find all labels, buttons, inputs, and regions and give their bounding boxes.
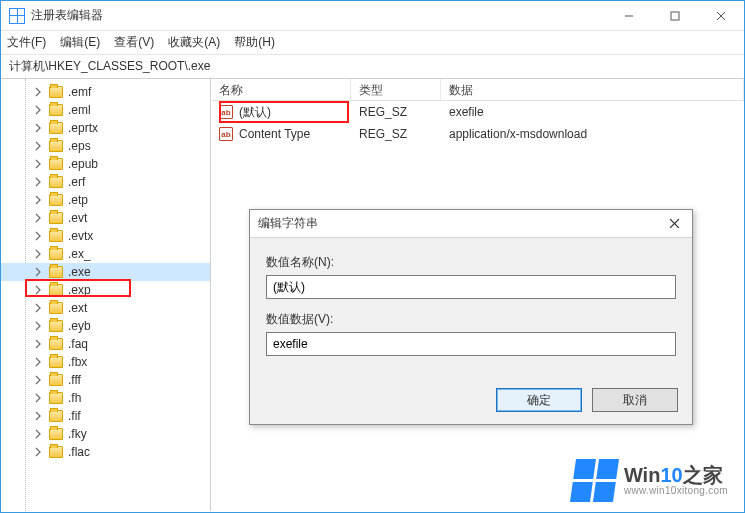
wm-brand-a: Win [624,464,660,486]
app-title: 注册表编辑器 [31,7,103,24]
tree-view[interactable]: .emf.eml.eprtx.eps.epub.erf.etp.evt.evtx… [1,79,211,511]
list-header: 名称 类型 数据 [211,79,744,101]
minimize-button[interactable] [606,1,652,31]
value-name: (默认) [239,104,271,121]
dialog-titlebar: 编辑字符串 [250,210,692,238]
tree-item[interactable]: .ext [1,299,210,317]
tree-item[interactable]: .eprtx [1,119,210,137]
svg-rect-1 [671,12,679,20]
chevron-right-icon [33,285,43,295]
tree-item[interactable]: .exp [1,281,210,299]
tree-item-label: .eps [68,139,91,153]
chevron-right-icon [33,375,43,385]
tree-item[interactable]: .erf [1,173,210,191]
tree-item[interactable]: .flac [1,443,210,461]
ok-button[interactable]: 确定 [496,388,582,412]
tree-item[interactable]: .eps [1,137,210,155]
folder-icon [49,356,63,368]
col-name[interactable]: 名称 [211,79,351,100]
tree-item[interactable]: .eyb [1,317,210,335]
col-type[interactable]: 类型 [351,79,441,100]
chevron-right-icon [33,195,43,205]
title-bar: 注册表编辑器 [1,1,744,31]
address-bar[interactable]: 计算机\HKEY_CLASSES_ROOT\.exe [1,55,744,79]
tree-item[interactable]: .fbx [1,353,210,371]
app-window: 注册表编辑器 文件(F) 编辑(E) 查看(V) 收藏夹(A) 帮助(H) 计算… [0,0,745,513]
tree-item[interactable]: .faq [1,335,210,353]
maximize-button[interactable] [652,1,698,31]
chevron-right-icon [33,393,43,403]
folder-icon [49,284,63,296]
tree-item[interactable]: .fff [1,371,210,389]
folder-icon [49,266,63,278]
value-name: Content Type [239,127,310,141]
folder-icon [49,212,63,224]
close-button[interactable] [698,1,744,31]
tree-item[interactable]: .eml [1,101,210,119]
tree-item-label: .fh [68,391,81,405]
tree-item-label: .etp [68,193,88,207]
folder-icon [49,158,63,170]
value-name-label: 数值名称(N): [266,254,676,271]
col-data[interactable]: 数据 [441,79,744,100]
tree-item-label: .emf [68,85,91,99]
tree-item-label: .eml [68,103,91,117]
value-type: REG_SZ [351,105,441,119]
chevron-right-icon [33,429,43,439]
value-name-input[interactable] [266,275,676,299]
menu-file[interactable]: 文件(F) [7,34,46,51]
folder-icon [49,122,63,134]
tree-item[interactable]: .ex_ [1,245,210,263]
tree-item[interactable]: .evtx [1,227,210,245]
menu-edit[interactable]: 编辑(E) [60,34,100,51]
tree-item-label: .exe [68,265,91,279]
folder-icon [49,302,63,314]
value-data: application/x-msdownload [441,127,744,141]
value-row[interactable]: abContent TypeREG_SZapplication/x-msdown… [211,123,744,145]
chevron-right-icon [33,321,43,331]
tree-item-label: .fff [68,373,81,387]
folder-icon [49,230,63,242]
cancel-button[interactable]: 取消 [592,388,678,412]
value-data-input[interactable] [266,332,676,356]
folder-icon [49,392,63,404]
folder-icon [49,176,63,188]
menu-help[interactable]: 帮助(H) [234,34,275,51]
tree-item[interactable]: .fh [1,389,210,407]
chevron-right-icon [33,159,43,169]
folder-icon [49,446,63,458]
chevron-right-icon [33,141,43,151]
tree-item-label: .fif [68,409,81,423]
menu-favorites[interactable]: 收藏夹(A) [168,34,220,51]
value-data: exefile [441,105,744,119]
folder-icon [49,194,63,206]
tree-item[interactable]: .exe [1,263,210,281]
string-value-icon: ab [219,105,233,119]
tree-item[interactable]: .fky [1,425,210,443]
value-row[interactable]: ab(默认)REG_SZexefile [211,101,744,123]
menu-view[interactable]: 查看(V) [114,34,154,51]
wm-brand-c: 之家 [683,464,723,486]
folder-icon [49,140,63,152]
tree-item-label: .evtx [68,229,93,243]
tree-item[interactable]: .epub [1,155,210,173]
tree-item-label: .evt [68,211,87,225]
wm-url: www.win10xitong.com [624,486,728,497]
tree-item-label: .faq [68,337,88,351]
tree-item-label: .eyb [68,319,91,333]
folder-icon [49,374,63,386]
tree-item-label: .fky [68,427,87,441]
tree-item-label: .erf [68,175,85,189]
menu-bar: 文件(F) 编辑(E) 查看(V) 收藏夹(A) 帮助(H) [1,31,744,55]
tree-item[interactable]: .emf [1,83,210,101]
tree-item[interactable]: .etp [1,191,210,209]
tree-item-label: .flac [68,445,90,459]
windows-logo-icon [570,459,619,502]
tree-item[interactable]: .evt [1,209,210,227]
folder-icon [49,338,63,350]
tree-item[interactable]: .fif [1,407,210,425]
dialog-close-button[interactable] [656,210,692,238]
folder-icon [49,248,63,260]
chevron-right-icon [33,267,43,277]
folder-icon [49,86,63,98]
